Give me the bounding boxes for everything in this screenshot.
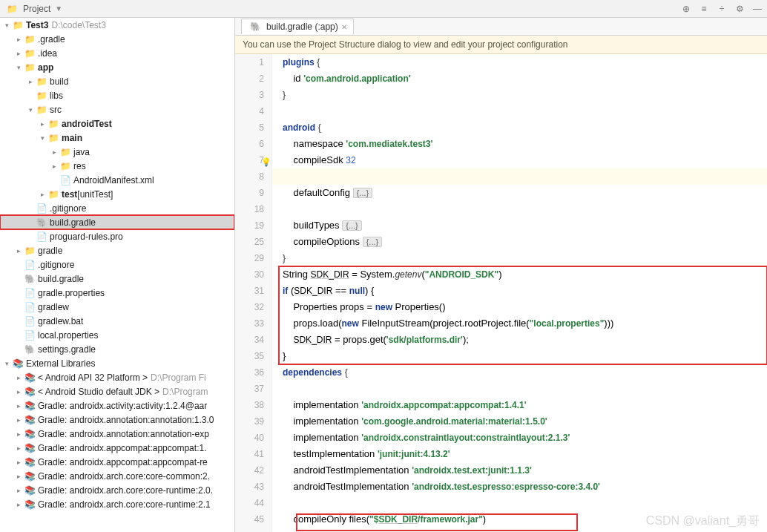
tree-item[interactable]: ▾📁Test3D:\code\Test3 <box>0 18 234 32</box>
code-line[interactable]: Properties props = new Properties() <box>272 299 767 315</box>
tree-arrow-icon[interactable]: ▸ <box>15 36 22 43</box>
tree-item[interactable]: 📄AndroidManifest.xml <box>0 173 234 187</box>
gear-icon[interactable]: ⚙ <box>734 4 745 14</box>
tree-arrow-icon[interactable]: ▸ <box>15 487 22 494</box>
locate-icon[interactable]: ⊕ <box>681 4 691 14</box>
tree-arrow-icon[interactable]: ▸ <box>15 50 22 57</box>
tree-arrow-icon[interactable]: ▸ <box>50 148 58 156</box>
code-line[interactable]: implementation 'androidx.appcompat:appco… <box>272 397 767 413</box>
tree-item[interactable]: ▾📚External Libraries <box>0 356 234 370</box>
code-line[interactable]: } <box>272 87 767 103</box>
tree-item[interactable]: ▸📁.idea <box>0 46 234 60</box>
code-line[interactable]: namespace 'com.mediatek.test3' <box>272 136 767 152</box>
code-line[interactable] <box>272 201 767 217</box>
expand-icon[interactable]: ≡ <box>699 4 709 14</box>
tree-item[interactable]: ▸📚Gradle: androidx.annotation:annotation… <box>0 427 234 441</box>
code-line[interactable] <box>272 495 767 511</box>
tree-item[interactable]: 📄gradlew.bat <box>0 314 234 328</box>
code-line[interactable]: testImplementation 'junit:junit:4.13.2' <box>272 446 767 462</box>
tree-item[interactable]: ▸📁java <box>0 145 234 159</box>
code-line[interactable]: SDK_DIR = props.get('sdk/platforms.dir')… <box>272 332 767 348</box>
code-line[interactable]: compileOptions {...} <box>272 234 767 250</box>
tree-item[interactable]: 📄local.properties <box>0 328 234 342</box>
tree-item[interactable]: 📄.gitignore <box>0 201 234 215</box>
code-line[interactable]: String SDK_DIR = System.getenv("ANDROID_… <box>272 266 767 283</box>
code-line[interactable]: androidTestImplementation 'androidx.test… <box>272 462 767 479</box>
tree-item[interactable]: 📄gradle.properties <box>0 286 234 300</box>
tree-arrow-icon[interactable]: ▸ <box>15 459 22 466</box>
tree-item[interactable]: ▸📚Gradle: androidx.arch.core:core-common… <box>0 469 234 483</box>
code-line[interactable]: plugins { <box>272 54 767 70</box>
code-line[interactable]: implementation 'androidx.constraintlayou… <box>272 430 767 446</box>
tab-build-gradle[interactable]: 🐘 build.gradle (:app) ✕ <box>241 19 354 34</box>
tree-item[interactable]: ▸📚Gradle: androidx.arch.core:core-runtim… <box>0 483 234 497</box>
tree-arrow-icon[interactable]: ▸ <box>27 78 34 85</box>
code[interactable]: plugins { id 'com.android.application'}a… <box>272 54 767 532</box>
tree-item[interactable]: ▸📚Gradle: androidx.activity:activity:1.2… <box>0 398 234 413</box>
tree-arrow-icon[interactable]: ▸ <box>15 430 22 438</box>
tree-arrow-icon[interactable]: ▸ <box>39 191 46 198</box>
tree-arrow-icon[interactable]: ▾ <box>27 106 34 114</box>
tree-arrow-icon[interactable]: ▸ <box>50 162 58 170</box>
code-line[interactable]: } <box>272 250 767 266</box>
close-icon[interactable]: ✕ <box>341 23 347 31</box>
code-line[interactable]: compileOnly files("$SDK_DIR/framework.ja… <box>272 511 767 528</box>
tree-item[interactable]: ▸📚< Android Studio default JDK >D:\Progr… <box>0 384 234 398</box>
tree-item[interactable]: ▸📚< Android API 32 Platform >D:\Program … <box>0 370 234 384</box>
code-line[interactable]: compileSdk 32 <box>272 152 767 168</box>
tree-arrow-icon[interactable]: ▾ <box>3 22 10 29</box>
code-line[interactable] <box>272 381 767 397</box>
tree-item[interactable]: ▸📚Gradle: androidx.annotation:annotation… <box>0 413 234 427</box>
code-line[interactable]: defaultConfig {...} <box>272 185 767 201</box>
tree-arrow-icon[interactable]: ▾ <box>39 134 46 142</box>
tree-item[interactable]: ▾📁src <box>0 102 234 116</box>
code-line[interactable]: implementation 'com.google.android.mater… <box>272 413 767 430</box>
tree-arrow-icon[interactable]: ▸ <box>15 402 22 410</box>
tree-item[interactable]: ▸📁androidTest <box>0 116 234 131</box>
tree-item[interactable]: 📄gradlew <box>0 300 234 314</box>
banner[interactable]: You can use the Project Structure dialog… <box>235 36 767 54</box>
tree-arrow-icon[interactable]: ▸ <box>15 473 22 480</box>
code-line[interactable]: } <box>272 348 767 364</box>
code-line[interactable]: dependencies { <box>272 364 767 381</box>
code-line[interactable]: android { <box>272 119 767 136</box>
tree-arrow-icon[interactable]: ▾ <box>3 360 10 367</box>
tree-arrow-icon[interactable]: ▸ <box>15 501 22 508</box>
tree-item[interactable]: ▸📚Gradle: androidx.appcompat:appcompat:1… <box>0 441 234 455</box>
project-selector[interactable]: 📁 Project ▼ <box>4 3 62 15</box>
code-line[interactable]: } <box>272 528 767 532</box>
tree-arrow-icon[interactable]: ▸ <box>15 444 22 452</box>
tree-item[interactable]: 📄proguard-rules.pro <box>0 229 234 243</box>
code-line[interactable]: androidTestImplementation 'androidx.test… <box>272 479 767 495</box>
tree-arrow-icon[interactable]: ▸ <box>15 374 22 381</box>
tree-item[interactable]: 🐘settings.gradle <box>0 342 234 356</box>
tree-item[interactable]: ▸📚Gradle: androidx.appcompat:appcompat-r… <box>0 455 234 469</box>
tree-item[interactable]: ▾📁app <box>0 60 234 74</box>
tree-item[interactable]: ▸📁res <box>0 159 234 173</box>
collapse-icon[interactable]: ÷ <box>717 4 727 14</box>
hide-icon[interactable]: — <box>752 4 763 14</box>
code-line[interactable]: id 'com.android.application' <box>272 70 767 87</box>
tree-item[interactable]: ▸📁.gradle <box>0 32 234 46</box>
tree-item[interactable]: 🐘build.gradle <box>0 272 234 286</box>
code-line[interactable] <box>272 103 767 119</box>
code-line[interactable] <box>272 168 767 185</box>
tree-arrow-icon[interactable]: ▸ <box>15 416 22 424</box>
tree-item[interactable]: 🐘build.gradle <box>0 215 234 229</box>
tree-item[interactable]: ▸📚Gradle: androidx.arch.core:core-runtim… <box>0 497 234 511</box>
tree-arrow-icon[interactable]: ▾ <box>15 64 22 71</box>
tree-item[interactable]: ▸📁gradle <box>0 243 234 257</box>
tree-item[interactable]: 📄.gitignore <box>0 257 234 272</box>
tree-arrow-icon[interactable]: ▸ <box>39 120 46 128</box>
tree-item[interactable]: 📁libs <box>0 88 234 102</box>
tree-item[interactable]: ▸📁test [unitTest] <box>0 187 234 201</box>
tree-item[interactable]: ▸📁build <box>0 74 234 88</box>
code-line[interactable]: props.load(new FileInputStream(project.r… <box>272 315 767 332</box>
tree-arrow-icon[interactable]: ▸ <box>15 388 22 395</box>
project-tree[interactable]: ▾📁Test3D:\code\Test3▸📁.gradle▸📁.idea▾📁ap… <box>0 18 235 532</box>
tree-arrow-icon[interactable]: ▸ <box>15 247 22 254</box>
code-line[interactable]: if (SDK_DIR == null) { <box>272 283 767 299</box>
tree-item[interactable]: ▾📁main <box>0 131 234 145</box>
code-area[interactable]: 1234567891819252930313233343536373839404… <box>235 54 767 532</box>
code-line[interactable]: buildTypes {...} <box>272 217 767 234</box>
